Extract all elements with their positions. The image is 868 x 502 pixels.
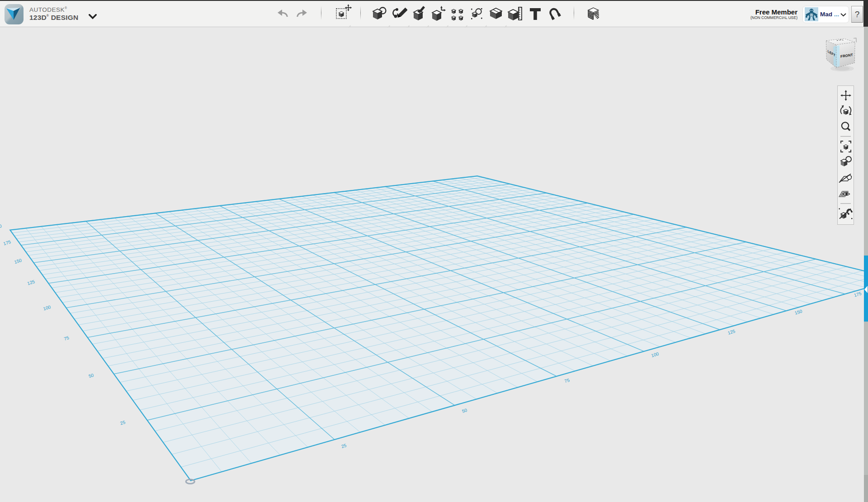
svg-text:75: 75: [63, 335, 70, 341]
svg-text:25: 25: [119, 420, 126, 426]
svg-text:150: 150: [794, 308, 803, 316]
svg-text:100: 100: [42, 304, 52, 312]
svg-text:100: 100: [651, 351, 660, 358]
svg-text:175: 175: [3, 239, 12, 246]
svg-text:200: 200: [0, 223, 2, 231]
svg-text:150: 150: [14, 258, 23, 265]
svg-text:25: 25: [341, 443, 347, 449]
svg-text:125: 125: [727, 328, 736, 336]
svg-text:50: 50: [462, 407, 468, 414]
svg-text:125: 125: [27, 279, 36, 286]
svg-text:175: 175: [854, 291, 863, 298]
svg-text:50: 50: [88, 373, 94, 379]
svg-text:75: 75: [564, 378, 570, 384]
